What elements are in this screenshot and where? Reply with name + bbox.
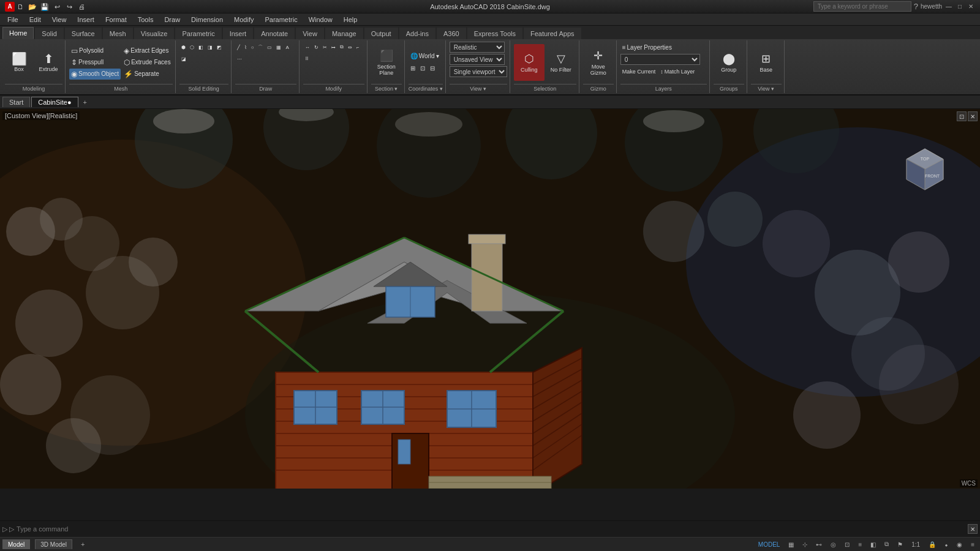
copy-btn[interactable]: ⧉	[338, 42, 345, 53]
make-current-button[interactable]: Make Current	[620, 66, 658, 77]
undo-button[interactable]: ↩	[51, 2, 62, 12]
box-button[interactable]: ⬜ Box	[5, 44, 33, 81]
snap-btn[interactable]: ⊹	[799, 540, 810, 549]
fillet-btn[interactable]: ⌐	[355, 42, 361, 53]
viewport-select[interactable]: Single viewport	[450, 66, 507, 77]
model-tab-model[interactable]: Model	[2, 539, 30, 549]
mesh-label[interactable]: Mesh	[69, 84, 173, 92]
maximize-button[interactable]: □	[956, 2, 964, 11]
extrude-button[interactable]: ⬆ Extrude	[34, 44, 62, 81]
tab-manage[interactable]: Manage	[325, 28, 363, 39]
draw-hatch-btn[interactable]: ▦	[274, 42, 283, 53]
menu-window[interactable]: Window	[304, 15, 337, 24]
grid-btn[interactable]: ▦	[785, 540, 797, 549]
menu-parametric[interactable]: Parametric	[260, 15, 302, 24]
redo-button[interactable]: ↪	[64, 2, 75, 12]
solid-edit-btn4[interactable]: ◨	[206, 42, 214, 53]
extract-edges-button[interactable]: ◈ Extract Edges	[122, 45, 172, 56]
selection-cycling-btn[interactable]: ⧉	[881, 539, 892, 549]
solid-edit-btn5[interactable]: ◩	[215, 42, 224, 53]
layers-label[interactable]: Layers	[620, 84, 707, 92]
move-gizmo-button[interactable]: ✛ Move Gizmo	[583, 44, 614, 81]
add-layout-button[interactable]: +	[77, 539, 88, 549]
mirror-btn[interactable]: ⇔	[346, 42, 354, 53]
tab-addins[interactable]: Add-ins	[399, 28, 435, 39]
menu-view[interactable]: View	[47, 15, 72, 24]
lock-btn[interactable]: 🔒	[925, 540, 939, 549]
hardware-accel-btn[interactable]: ⬥	[941, 540, 951, 549]
draw-label[interactable]: Draw	[235, 84, 296, 92]
new-tab-button[interactable]: +	[80, 97, 91, 107]
view-right-label[interactable]: View ▾	[751, 84, 782, 92]
tab-mesh[interactable]: Mesh	[103, 28, 133, 39]
visual-style-select[interactable]: Realistic Wireframe Conceptual	[450, 42, 505, 53]
group-button[interactable]: ⬤ Group	[714, 44, 744, 81]
polar-btn[interactable]: ◎	[827, 540, 839, 549]
menu-insert[interactable]: Insert	[72, 15, 99, 24]
model-tab-3dmodel[interactable]: 3D Model	[35, 539, 72, 549]
transparency-btn[interactable]: ◧	[867, 540, 879, 549]
draw-arc-btn[interactable]: ⌒	[256, 42, 265, 53]
solid-edit-btn3[interactable]: ◧	[197, 42, 205, 53]
solid-edit-btn2[interactable]: ⬡	[188, 42, 196, 53]
trim-btn[interactable]: ✂	[321, 42, 329, 53]
command-close-button[interactable]: ✕	[968, 524, 978, 534]
section-plane-button[interactable]: ⬛ Section Plane	[371, 44, 402, 81]
units-btn[interactable]: 1:1	[908, 540, 923, 549]
tab-a360[interactable]: A360	[437, 28, 466, 39]
menu-format[interactable]: Format	[100, 15, 132, 24]
menu-help[interactable]: Help	[339, 15, 363, 24]
tab-solid[interactable]: Solid	[35, 28, 63, 39]
section-label[interactable]: Section ▾	[371, 84, 402, 92]
layer-properties-button[interactable]: ≡ Layer Properties	[620, 42, 674, 53]
polysolid-button[interactable]: ▭ Polysolid	[69, 45, 121, 56]
world-button[interactable]: 🌐 World ▾	[409, 51, 441, 62]
isolate-btn[interactable]: ◉	[954, 540, 965, 549]
plot-button[interactable]: 🖨	[76, 2, 87, 12]
view-label[interactable]: View ▾	[450, 84, 507, 92]
modify-label[interactable]: Modify	[303, 84, 364, 92]
open-button[interactable]: 📂	[27, 2, 38, 12]
doc-tab-cabinsite[interactable]: CabinSite●	[31, 97, 78, 107]
ortho-btn[interactable]: ⊷	[813, 540, 825, 549]
help-icon[interactable]: ?	[914, 2, 918, 11]
close-button[interactable]: ✕	[967, 2, 975, 11]
menu-modify[interactable]: Modify	[229, 15, 258, 24]
annotation-monitor-btn[interactable]: ⚑	[894, 540, 906, 549]
tab-home[interactable]: Home	[2, 27, 34, 39]
viewcube[interactable]: FRONT TOP	[900, 146, 949, 195]
presspull-button[interactable]: ⇕ Presspull	[69, 57, 121, 68]
draw-rect-btn[interactable]: ▭	[265, 42, 274, 53]
array-btn[interactable]: ⠿	[303, 53, 311, 64]
menu-edit[interactable]: Edit	[24, 15, 46, 24]
gizmo-label[interactable]: Gizmo	[583, 84, 614, 92]
solid-editing-label[interactable]: Solid Editing	[179, 84, 228, 92]
command-input[interactable]	[17, 525, 965, 533]
selection-label[interactable]: Selection	[514, 84, 576, 92]
save-button[interactable]: 💾	[39, 2, 50, 12]
rotate-btn[interactable]: ↻	[312, 42, 320, 53]
tab-visualize[interactable]: Visualize	[134, 28, 175, 39]
customize-btn[interactable]: ≡	[968, 540, 978, 549]
osnap-btn[interactable]: ⊡	[842, 540, 853, 549]
groups-label[interactable]: Groups	[714, 84, 744, 92]
move-btn[interactable]: ↔	[303, 42, 312, 53]
modeling-label[interactable]: Modeling	[5, 84, 62, 92]
tab-featured-apps[interactable]: Featured Apps	[524, 28, 581, 39]
extrude-faces-button[interactable]: ⬡ Extrude Faces	[122, 57, 172, 68]
no-filter-button[interactable]: ▽ No Filter	[546, 44, 576, 81]
menu-tools[interactable]: Tools	[133, 15, 159, 24]
draw-text-btn[interactable]: A	[284, 42, 290, 53]
separate-button[interactable]: ⚡ Separate	[122, 69, 172, 80]
draw-line-btn[interactable]: ╱	[235, 42, 242, 53]
viewport-close-button[interactable]: ✕	[968, 111, 978, 121]
draw-pline-btn[interactable]: ⌇	[243, 42, 249, 53]
tab-view[interactable]: View	[296, 28, 324, 39]
menu-draw[interactable]: Draw	[159, 15, 185, 24]
search-input[interactable]	[813, 1, 911, 12]
new-button[interactable]: 🗋	[15, 2, 26, 12]
tab-express-tools[interactable]: Express Tools	[467, 28, 522, 39]
named-view-select[interactable]: Unsaved View	[450, 54, 505, 65]
culling-button[interactable]: ⬡ Culling	[514, 44, 545, 81]
menu-dimension[interactable]: Dimension	[186, 15, 228, 24]
